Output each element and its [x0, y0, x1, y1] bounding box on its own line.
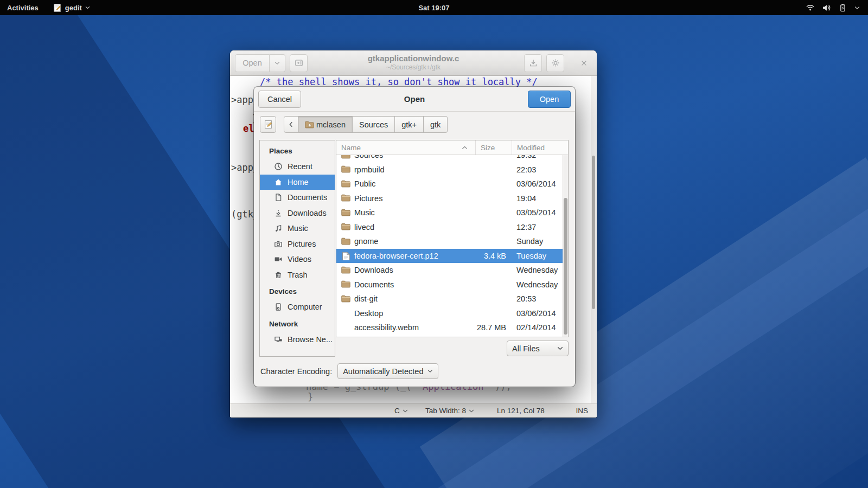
- sidebar-item-label: Browse Ne...: [288, 335, 333, 344]
- sidebar-item-documents[interactable]: Documents: [260, 190, 335, 206]
- sidebar-item-label: Videos: [288, 255, 311, 264]
- sidebar-item-pictures[interactable]: Pictures: [260, 236, 335, 252]
- insert-mode-indicator[interactable]: INS: [576, 404, 588, 418]
- file-modified: 19:32: [512, 155, 568, 159]
- file-name-cell: dist-git: [336, 294, 475, 303]
- activities-button[interactable]: Activities: [0, 0, 46, 15]
- gear-menu-button[interactable]: [546, 54, 564, 72]
- column-header-modified[interactable]: Modified: [512, 140, 568, 155]
- encoding-dropdown[interactable]: Automatically Detected: [337, 363, 438, 379]
- file-row-gnome[interactable]: gnomeSunday: [336, 234, 568, 249]
- chevron-down-icon: [469, 409, 474, 413]
- system-status-area[interactable]: [806, 3, 868, 12]
- sidebar-section-header: Places: [260, 147, 335, 159]
- file-row-documents[interactable]: DocumentsWednesday: [336, 278, 568, 292]
- sidebar-item-trash[interactable]: Trash: [260, 267, 335, 283]
- close-window-button[interactable]: [576, 55, 592, 71]
- open-dropdown-button[interactable]: [270, 54, 285, 72]
- cancel-button[interactable]: Cancel: [258, 91, 301, 108]
- language-selector[interactable]: C: [394, 404, 408, 418]
- file-row-dist-git[interactable]: dist-git20:53: [336, 292, 568, 306]
- breadcrumb-segment-mclasen[interactable]: mclasen: [298, 116, 353, 133]
- save-icon: [529, 59, 538, 67]
- breadcrumb-segment-sources[interactable]: Sources: [353, 116, 395, 133]
- file-row-pictures[interactable]: Pictures19:04: [336, 191, 568, 206]
- wifi-icon: [806, 3, 815, 12]
- file-name-cell: Downloads: [336, 266, 475, 274]
- file-modified: Wednesday: [512, 266, 568, 274]
- tab-width-selector[interactable]: Tab Width: 8: [425, 404, 474, 418]
- app-menu-button[interactable]: gedit: [46, 0, 97, 15]
- breadcrumb-segment-gtk[interactable]: gtk: [424, 116, 448, 133]
- file-row-rpmbuild[interactable]: rpmbuild22:03: [336, 163, 568, 177]
- open-confirm-button[interactable]: Open: [528, 91, 571, 108]
- breadcrumb-segment-gtk-[interactable]: gtk+: [395, 116, 424, 133]
- sidebar-section-header: Network: [260, 320, 335, 332]
- sidebar-item-music[interactable]: Music: [260, 221, 335, 236]
- file-name: dist-git: [354, 294, 378, 303]
- file-row-accessibility-webm[interactable]: accessibility.webm28.7 MB02/14/2014: [336, 320, 568, 335]
- file-name: Documents: [354, 280, 394, 289]
- file-row-livecd[interactable]: livecd12:37: [336, 220, 568, 235]
- sidebar-item-label: Home: [288, 178, 309, 187]
- folder-icon: [341, 223, 350, 231]
- sidebar-item-recent[interactable]: Recent: [260, 159, 335, 175]
- places-sidebar: PlacesRecentHomeDocumentsDownloadsMusicP…: [259, 140, 335, 357]
- chevron-down-icon: [275, 61, 280, 65]
- sidebar-item-computer[interactable]: Computer: [260, 299, 335, 315]
- window-title-box: gtkapplicationwindow.c ~/Sources/gtk+/gt…: [368, 54, 459, 71]
- folder-icon: [341, 165, 350, 174]
- open-button[interactable]: Open: [235, 54, 270, 72]
- editor-scrollbar[interactable]: [591, 76, 597, 403]
- breadcrumb-label: mclasen: [316, 120, 346, 129]
- file-row-sources[interactable]: Sources19:32: [336, 155, 568, 163]
- file-row-fedora-browser-cert-p12[interactable]: fedora-browser-cert.p123.4 kBTuesday: [336, 249, 568, 264]
- file-list-header: Name Size Modified: [336, 140, 568, 155]
- file-list-scrollbar-thumb[interactable]: [564, 198, 567, 335]
- sidebar-item-browse-ne-[interactable]: Browse Ne...: [260, 332, 335, 348]
- editor-scrollbar-thumb[interactable]: [592, 156, 595, 309]
- file-row-downloads[interactable]: DownloadsWednesday: [336, 263, 568, 278]
- music-icon: [274, 224, 283, 233]
- column-header-size[interactable]: Size: [475, 140, 512, 155]
- top-bar: Activities gedit Sat 19:07: [0, 0, 868, 15]
- file-filter-dropdown[interactable]: All Files: [507, 341, 569, 356]
- sort-ascending-icon: [462, 146, 468, 150]
- sidebar-item-downloads[interactable]: Downloads: [260, 206, 335, 221]
- file-list: Name Size Modified Sources19:32rpmbuild2…: [336, 140, 569, 337]
- folder-icon: [341, 155, 350, 159]
- file-name: Desktop: [354, 309, 383, 318]
- no-icon: [341, 324, 350, 332]
- volume-icon: [822, 3, 831, 12]
- file-modified: 02/14/2014: [512, 323, 568, 332]
- file-icon: [341, 252, 350, 260]
- open-split-button: Open: [235, 54, 285, 72]
- breadcrumb: mclasenSourcesgtk+gtk: [284, 116, 448, 133]
- file-rows: Sources19:32rpmbuild22:03Public03/06/201…: [336, 155, 568, 337]
- chevron-down-icon: [854, 6, 860, 10]
- video-icon: [274, 255, 283, 264]
- new-tab-button[interactable]: [290, 54, 308, 72]
- save-button[interactable]: [524, 54, 542, 72]
- file-row-desktop[interactable]: Desktop03/06/2014: [336, 306, 568, 321]
- chevron-down-icon: [403, 409, 408, 413]
- file-name-cell: Public: [336, 179, 475, 188]
- folder-icon: [341, 209, 350, 217]
- sidebar-item-videos[interactable]: Videos: [260, 252, 335, 267]
- clock-icon: [274, 162, 283, 171]
- sidebar-item-home[interactable]: Home: [260, 175, 335, 190]
- clock[interactable]: Sat 19:07: [418, 4, 449, 12]
- gedit-headerbar: Open gtkapplicationwindow.c ~/Sources/gt…: [230, 50, 597, 76]
- file-name: Pictures: [354, 194, 382, 203]
- breadcrumb-back-button[interactable]: [284, 116, 298, 133]
- dialog-content: PlacesRecentHomeDocumentsDownloadsMusicP…: [259, 140, 569, 357]
- folder-icon: [341, 280, 350, 288]
- file-name: Downloads: [354, 266, 393, 274]
- type-filename-button[interactable]: [260, 116, 276, 133]
- file-row-music[interactable]: Music03/05/2014: [336, 206, 568, 220]
- sidebar-item-label: Trash: [288, 271, 308, 279]
- file-row-public[interactable]: Public03/06/2014: [336, 177, 568, 191]
- gear-icon: [551, 59, 560, 67]
- file-list-scrollbar[interactable]: [563, 155, 568, 337]
- column-header-name[interactable]: Name: [336, 140, 475, 155]
